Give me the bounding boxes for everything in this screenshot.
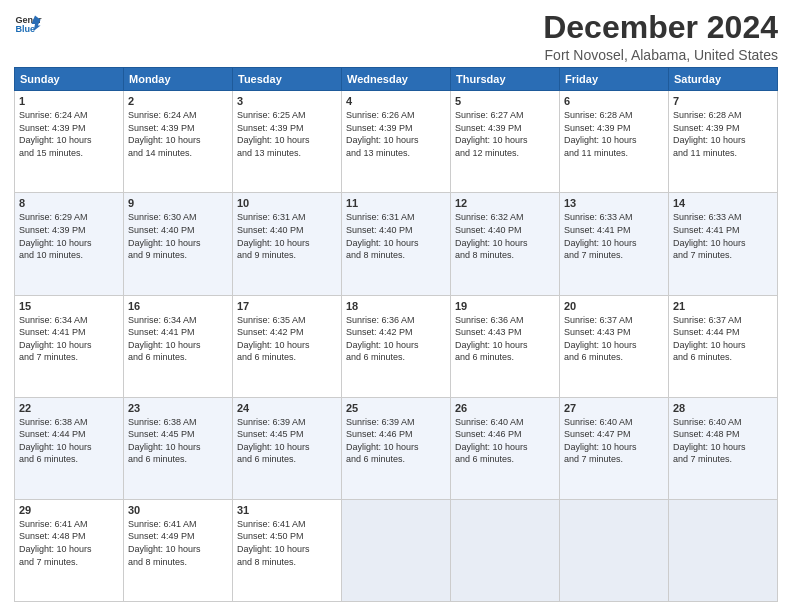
day-info: Sunrise: 6:38 AM Sunset: 4:44 PM Dayligh… bbox=[19, 416, 119, 466]
day-info: Sunrise: 6:34 AM Sunset: 4:41 PM Dayligh… bbox=[128, 314, 228, 364]
day-number: 5 bbox=[455, 95, 555, 107]
day-info: Sunrise: 6:32 AM Sunset: 4:40 PM Dayligh… bbox=[455, 211, 555, 261]
table-row: 10Sunrise: 6:31 AM Sunset: 4:40 PM Dayli… bbox=[233, 193, 342, 295]
table-row: 28Sunrise: 6:40 AM Sunset: 4:48 PM Dayli… bbox=[669, 397, 778, 499]
table-row: 12Sunrise: 6:32 AM Sunset: 4:40 PM Dayli… bbox=[451, 193, 560, 295]
day-number: 13 bbox=[564, 197, 664, 209]
calendar-header-row: Sunday Monday Tuesday Wednesday Thursday… bbox=[15, 68, 778, 91]
logo-icon: General Blue bbox=[14, 10, 42, 38]
table-row: 5Sunrise: 6:27 AM Sunset: 4:39 PM Daylig… bbox=[451, 91, 560, 193]
day-info: Sunrise: 6:24 AM Sunset: 4:39 PM Dayligh… bbox=[19, 109, 119, 159]
day-number: 31 bbox=[237, 504, 337, 516]
day-number: 4 bbox=[346, 95, 446, 107]
table-row: 21Sunrise: 6:37 AM Sunset: 4:44 PM Dayli… bbox=[669, 295, 778, 397]
col-sunday: Sunday bbox=[15, 68, 124, 91]
day-number: 22 bbox=[19, 402, 119, 414]
day-info: Sunrise: 6:38 AM Sunset: 4:45 PM Dayligh… bbox=[128, 416, 228, 466]
day-info: Sunrise: 6:31 AM Sunset: 4:40 PM Dayligh… bbox=[237, 211, 337, 261]
day-number: 10 bbox=[237, 197, 337, 209]
table-row: 8Sunrise: 6:29 AM Sunset: 4:39 PM Daylig… bbox=[15, 193, 124, 295]
table-row: 29Sunrise: 6:41 AM Sunset: 4:48 PM Dayli… bbox=[15, 499, 124, 601]
day-info: Sunrise: 6:39 AM Sunset: 4:46 PM Dayligh… bbox=[346, 416, 446, 466]
calendar-week-row: 1Sunrise: 6:24 AM Sunset: 4:39 PM Daylig… bbox=[15, 91, 778, 193]
title-block: December 2024 Fort Novosel, Alabama, Uni… bbox=[543, 10, 778, 63]
day-info: Sunrise: 6:26 AM Sunset: 4:39 PM Dayligh… bbox=[346, 109, 446, 159]
table-row bbox=[560, 499, 669, 601]
table-row: 13Sunrise: 6:33 AM Sunset: 4:41 PM Dayli… bbox=[560, 193, 669, 295]
calendar-week-row: 22Sunrise: 6:38 AM Sunset: 4:44 PM Dayli… bbox=[15, 397, 778, 499]
day-info: Sunrise: 6:28 AM Sunset: 4:39 PM Dayligh… bbox=[673, 109, 773, 159]
table-row: 1Sunrise: 6:24 AM Sunset: 4:39 PM Daylig… bbox=[15, 91, 124, 193]
day-info: Sunrise: 6:41 AM Sunset: 4:49 PM Dayligh… bbox=[128, 518, 228, 568]
table-row: 7Sunrise: 6:28 AM Sunset: 4:39 PM Daylig… bbox=[669, 91, 778, 193]
day-number: 11 bbox=[346, 197, 446, 209]
table-row: 14Sunrise: 6:33 AM Sunset: 4:41 PM Dayli… bbox=[669, 193, 778, 295]
table-row bbox=[342, 499, 451, 601]
day-info: Sunrise: 6:33 AM Sunset: 4:41 PM Dayligh… bbox=[673, 211, 773, 261]
day-number: 2 bbox=[128, 95, 228, 107]
table-row: 16Sunrise: 6:34 AM Sunset: 4:41 PM Dayli… bbox=[124, 295, 233, 397]
day-info: Sunrise: 6:40 AM Sunset: 4:46 PM Dayligh… bbox=[455, 416, 555, 466]
page: General Blue December 2024 Fort Novosel,… bbox=[0, 0, 792, 612]
col-thursday: Thursday bbox=[451, 68, 560, 91]
table-row: 17Sunrise: 6:35 AM Sunset: 4:42 PM Dayli… bbox=[233, 295, 342, 397]
day-info: Sunrise: 6:34 AM Sunset: 4:41 PM Dayligh… bbox=[19, 314, 119, 364]
day-number: 30 bbox=[128, 504, 228, 516]
table-row: 27Sunrise: 6:40 AM Sunset: 4:47 PM Dayli… bbox=[560, 397, 669, 499]
table-row: 3Sunrise: 6:25 AM Sunset: 4:39 PM Daylig… bbox=[233, 91, 342, 193]
day-info: Sunrise: 6:27 AM Sunset: 4:39 PM Dayligh… bbox=[455, 109, 555, 159]
table-row: 9Sunrise: 6:30 AM Sunset: 4:40 PM Daylig… bbox=[124, 193, 233, 295]
calendar-week-row: 29Sunrise: 6:41 AM Sunset: 4:48 PM Dayli… bbox=[15, 499, 778, 601]
table-row: 25Sunrise: 6:39 AM Sunset: 4:46 PM Dayli… bbox=[342, 397, 451, 499]
day-info: Sunrise: 6:39 AM Sunset: 4:45 PM Dayligh… bbox=[237, 416, 337, 466]
subtitle: Fort Novosel, Alabama, United States bbox=[543, 47, 778, 63]
logo: General Blue bbox=[14, 10, 42, 38]
day-info: Sunrise: 6:37 AM Sunset: 4:44 PM Dayligh… bbox=[673, 314, 773, 364]
day-info: Sunrise: 6:40 AM Sunset: 4:48 PM Dayligh… bbox=[673, 416, 773, 466]
day-number: 21 bbox=[673, 300, 773, 312]
day-number: 15 bbox=[19, 300, 119, 312]
day-number: 20 bbox=[564, 300, 664, 312]
day-info: Sunrise: 6:40 AM Sunset: 4:47 PM Dayligh… bbox=[564, 416, 664, 466]
table-row: 6Sunrise: 6:28 AM Sunset: 4:39 PM Daylig… bbox=[560, 91, 669, 193]
day-number: 14 bbox=[673, 197, 773, 209]
day-number: 12 bbox=[455, 197, 555, 209]
table-row: 26Sunrise: 6:40 AM Sunset: 4:46 PM Dayli… bbox=[451, 397, 560, 499]
day-info: Sunrise: 6:41 AM Sunset: 4:50 PM Dayligh… bbox=[237, 518, 337, 568]
day-number: 29 bbox=[19, 504, 119, 516]
day-info: Sunrise: 6:30 AM Sunset: 4:40 PM Dayligh… bbox=[128, 211, 228, 261]
day-info: Sunrise: 6:37 AM Sunset: 4:43 PM Dayligh… bbox=[564, 314, 664, 364]
table-row bbox=[451, 499, 560, 601]
day-number: 27 bbox=[564, 402, 664, 414]
table-row: 18Sunrise: 6:36 AM Sunset: 4:42 PM Dayli… bbox=[342, 295, 451, 397]
table-row: 31Sunrise: 6:41 AM Sunset: 4:50 PM Dayli… bbox=[233, 499, 342, 601]
day-number: 28 bbox=[673, 402, 773, 414]
day-number: 3 bbox=[237, 95, 337, 107]
svg-text:Blue: Blue bbox=[15, 24, 35, 34]
day-number: 26 bbox=[455, 402, 555, 414]
day-info: Sunrise: 6:36 AM Sunset: 4:43 PM Dayligh… bbox=[455, 314, 555, 364]
day-number: 25 bbox=[346, 402, 446, 414]
table-row: 23Sunrise: 6:38 AM Sunset: 4:45 PM Dayli… bbox=[124, 397, 233, 499]
table-row: 2Sunrise: 6:24 AM Sunset: 4:39 PM Daylig… bbox=[124, 91, 233, 193]
day-info: Sunrise: 6:31 AM Sunset: 4:40 PM Dayligh… bbox=[346, 211, 446, 261]
day-info: Sunrise: 6:29 AM Sunset: 4:39 PM Dayligh… bbox=[19, 211, 119, 261]
table-row: 20Sunrise: 6:37 AM Sunset: 4:43 PM Dayli… bbox=[560, 295, 669, 397]
table-row: 22Sunrise: 6:38 AM Sunset: 4:44 PM Dayli… bbox=[15, 397, 124, 499]
table-row: 15Sunrise: 6:34 AM Sunset: 4:41 PM Dayli… bbox=[15, 295, 124, 397]
day-info: Sunrise: 6:33 AM Sunset: 4:41 PM Dayligh… bbox=[564, 211, 664, 261]
table-row: 19Sunrise: 6:36 AM Sunset: 4:43 PM Dayli… bbox=[451, 295, 560, 397]
day-number: 19 bbox=[455, 300, 555, 312]
col-wednesday: Wednesday bbox=[342, 68, 451, 91]
table-row bbox=[669, 499, 778, 601]
day-info: Sunrise: 6:35 AM Sunset: 4:42 PM Dayligh… bbox=[237, 314, 337, 364]
day-info: Sunrise: 6:25 AM Sunset: 4:39 PM Dayligh… bbox=[237, 109, 337, 159]
table-row: 4Sunrise: 6:26 AM Sunset: 4:39 PM Daylig… bbox=[342, 91, 451, 193]
day-info: Sunrise: 6:41 AM Sunset: 4:48 PM Dayligh… bbox=[19, 518, 119, 568]
day-number: 16 bbox=[128, 300, 228, 312]
day-number: 7 bbox=[673, 95, 773, 107]
col-monday: Monday bbox=[124, 68, 233, 91]
day-number: 23 bbox=[128, 402, 228, 414]
day-number: 8 bbox=[19, 197, 119, 209]
calendar-week-row: 15Sunrise: 6:34 AM Sunset: 4:41 PM Dayli… bbox=[15, 295, 778, 397]
